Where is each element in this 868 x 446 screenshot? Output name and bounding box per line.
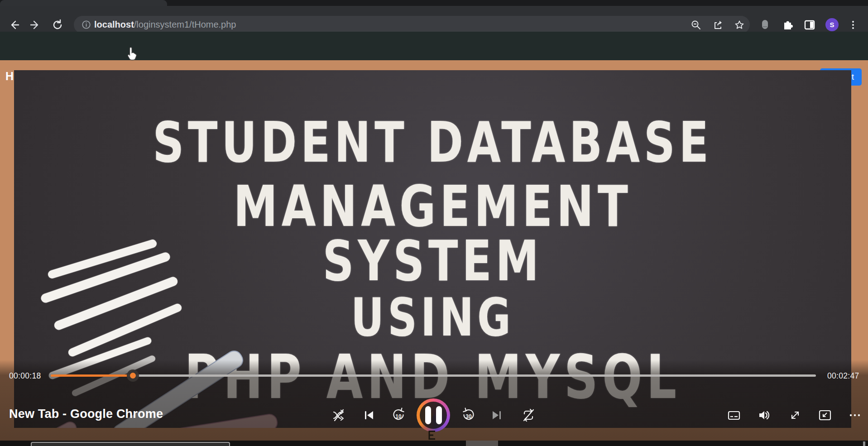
more-options-icon[interactable] xyxy=(847,408,863,423)
elapsed-time: 00:00:18 xyxy=(9,371,41,381)
back-icon[interactable] xyxy=(8,19,21,31)
pause-icon xyxy=(420,402,447,429)
repeat-off-icon[interactable] xyxy=(521,408,536,423)
extensions-puzzle-icon[interactable] xyxy=(782,19,794,31)
url-host: localhost xyxy=(94,19,134,29)
pause-button[interactable] xyxy=(417,398,450,432)
forward-icon[interactable] xyxy=(29,19,41,31)
extension-pin-icon[interactable] xyxy=(762,20,768,29)
browser-toolbar: localhost/loginsystem1/tHome.php S xyxy=(0,6,868,32)
url-path: /loginsystem1/tHome.php xyxy=(134,19,236,29)
shuffle-off-icon[interactable] xyxy=(331,408,346,423)
share-icon[interactable] xyxy=(711,19,724,31)
captions-icon[interactable] xyxy=(726,408,742,423)
side-panel-icon[interactable] xyxy=(803,19,816,31)
video-content-cursor-glyph xyxy=(428,430,437,440)
background-window-edge xyxy=(31,442,230,446)
mouse-cursor-hand xyxy=(126,46,138,62)
forward-30-icon[interactable]: 30 xyxy=(461,408,476,423)
next-icon[interactable] xyxy=(489,408,504,423)
background-window-fragment xyxy=(466,441,498,446)
video-title: New Tab - Google Chrome xyxy=(9,407,163,421)
picture-in-picture-icon[interactable] xyxy=(817,408,833,423)
screen: localhost/loginsystem1/tHome.php S HCPS … xyxy=(0,0,868,446)
active-tab[interactable] xyxy=(0,0,167,6)
previous-icon[interactable] xyxy=(361,408,377,423)
background-scrollbar-tick xyxy=(863,441,865,446)
fullscreen-icon[interactable] xyxy=(787,408,803,423)
profile-avatar[interactable]: S xyxy=(825,18,839,31)
reload-icon[interactable] xyxy=(51,19,64,31)
url-text[interactable]: localhost/loginsystem1/tHome.php xyxy=(94,16,236,34)
page-info-icon[interactable] xyxy=(82,20,91,29)
seek-thumb[interactable] xyxy=(127,369,139,382)
bookmark-star-icon[interactable] xyxy=(733,19,746,31)
tab-strip xyxy=(0,0,868,6)
board-title-line1: STUDENT DATABASE xyxy=(14,110,851,175)
progress-played xyxy=(51,374,133,377)
menu-kebab-icon[interactable] xyxy=(847,19,859,31)
svg-text:10: 10 xyxy=(395,413,402,420)
seek-bar[interactable] xyxy=(51,374,816,377)
svg-text:30: 30 xyxy=(465,413,472,420)
volume-icon[interactable] xyxy=(756,408,772,423)
duration-time: 00:02:47 xyxy=(827,371,859,381)
rewind-10-icon[interactable]: 10 xyxy=(391,408,406,423)
address-bar[interactable]: localhost/loginsystem1/tHome.php xyxy=(74,16,750,34)
zoom-icon[interactable] xyxy=(690,19,702,31)
